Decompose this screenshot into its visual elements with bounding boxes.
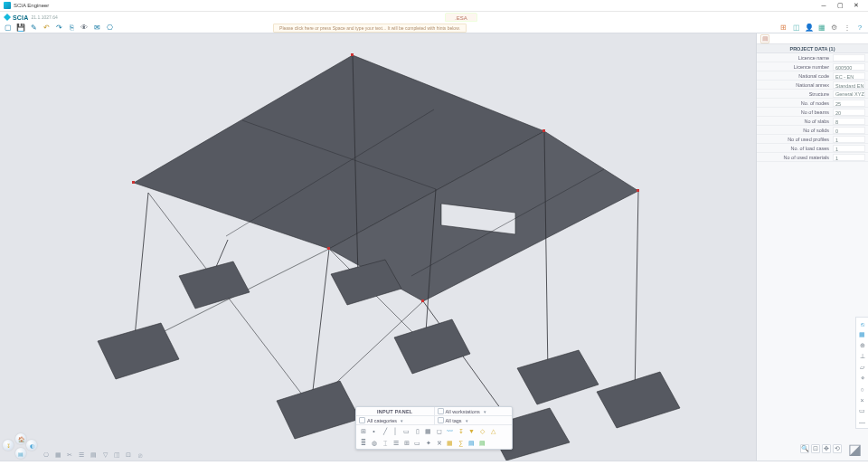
act-layer-icon[interactable]: ☰ (77, 451, 86, 460)
property-key: No of solids (760, 128, 833, 133)
undo-icon[interactable]: ↶ (42, 24, 51, 33)
vr-plane-icon[interactable]: ▱ (858, 363, 867, 372)
beam-icon[interactable]: ╱ (381, 427, 389, 435)
result-icon[interactable]: ▤ (467, 439, 476, 447)
support-icon[interactable]: △ (489, 427, 497, 435)
wire-icon[interactable]: ⊡ (124, 451, 133, 460)
property-row: No. of nodes25 (757, 99, 868, 108)
snap-grid-icon[interactable]: ⊞ (359, 427, 367, 435)
properties-tab-project-icon[interactable]: ▤ (760, 34, 769, 43)
file-tab[interactable]: .ESA (445, 13, 477, 22)
scia-brand-text: SCIA (13, 14, 29, 21)
property-value[interactable]: 25 (833, 100, 865, 107)
property-value[interactable]: 0 (833, 127, 865, 134)
svg-marker-20 (277, 381, 360, 439)
property-key: National annex (760, 82, 833, 88)
view-toggle-icon[interactable]: 👁 (80, 24, 89, 33)
selection-icon[interactable]: ▭ (413, 439, 421, 447)
tags-dropdown[interactable]: All tags (435, 416, 513, 424)
mesh2-icon[interactable]: ▦ (53, 451, 62, 460)
new-file-icon[interactable]: ▢ (4, 24, 13, 33)
status-bar (0, 461, 868, 475)
vr-int-icon[interactable]: × (858, 395, 867, 404)
label-icon[interactable]: ⎚ (136, 451, 145, 460)
sphere-view[interactable]: ◐ (26, 440, 37, 451)
vr-mid-icon[interactable]: ⋄ (858, 374, 867, 383)
storey-icon[interactable]: ☰ (392, 439, 400, 447)
zoom-window-icon[interactable]: ⊡ (811, 444, 820, 453)
property-value[interactable]: 1 (833, 145, 865, 152)
window-title: SCIA Engineer (14, 3, 49, 8)
categories-dropdown[interactable]: All categories (356, 416, 435, 424)
column-icon[interactable]: │ (392, 427, 400, 435)
grid-icon[interactable]: ⊞ (402, 439, 410, 447)
navigation-cube-icon[interactable]: ◪ (844, 439, 864, 459)
vr-ortho-icon[interactable]: ⊥ (858, 352, 867, 361)
lcs-icon[interactable]: ✦ (424, 439, 432, 447)
cube-icon[interactable]: ▦ (817, 24, 826, 33)
redo-icon[interactable]: ↷ (54, 24, 63, 33)
save-icon[interactable]: 💾 (16, 24, 25, 33)
spring-icon[interactable]: 〰 (446, 427, 454, 435)
close-button[interactable]: ✕ (848, 1, 864, 10)
filter-icon[interactable]: ▽ (100, 451, 109, 460)
vr-snap-icon[interactable]: ⎋ (858, 319, 867, 328)
sphere-model[interactable]: 🏠 (15, 433, 26, 444)
pan-icon[interactable]: ✥ (822, 444, 831, 453)
property-value[interactable]: 1 (833, 154, 865, 161)
property-value[interactable]: 1 (833, 136, 865, 143)
dashboard-icon[interactable]: ⊞ (779, 24, 788, 33)
rotate-icon[interactable]: ⟲ (833, 444, 842, 453)
svg-rect-30 (327, 247, 330, 250)
property-key: National code (760, 73, 833, 79)
vr-end-icon[interactable]: ○ (858, 385, 867, 394)
workstations-dropdown[interactable]: All workstations (435, 407, 513, 415)
opening-icon[interactable]: ◻ (435, 427, 443, 435)
view-env-icon[interactable]: ◫ (112, 451, 121, 460)
report-icon[interactable]: ▤ (478, 439, 486, 447)
plate-icon[interactable]: ▭ (402, 427, 410, 435)
sphere-result[interactable]: ▤ (15, 448, 26, 459)
property-value[interactable]: Standard EN (833, 81, 865, 89)
node-icon[interactable]: • (370, 427, 378, 435)
layers-icon[interactable]: ≣ (359, 439, 367, 447)
load-icon[interactable]: ↧ (457, 427, 465, 435)
minimize-button[interactable]: ─ (816, 1, 832, 10)
model-viewport[interactable] (0, 33, 756, 461)
gear-icon[interactable]: ⚙ (830, 24, 839, 33)
mail-icon[interactable]: ✉ (92, 24, 101, 33)
property-value[interactable]: 20 (833, 109, 865, 116)
storey2-icon[interactable]: ▤ (89, 451, 98, 460)
mesh-icon[interactable]: ▦ (446, 439, 454, 447)
panel-icon[interactable]: ▦ (424, 427, 432, 435)
material-icon[interactable]: ◍ (370, 439, 378, 447)
tag-icon[interactable]: ⎔ (105, 24, 114, 33)
property-value[interactable]: 8 (833, 118, 865, 125)
vr-surf-icon[interactable]: ▭ (858, 406, 867, 415)
help-icon[interactable]: ? (855, 24, 864, 33)
calc-icon[interactable]: ∑ (457, 439, 465, 447)
check-struct-icon[interactable]: ⎔ (42, 451, 51, 460)
vr-line-icon[interactable]: — (858, 417, 867, 426)
property-value[interactable]: 600500 (833, 63, 865, 71)
vr-track-icon[interactable]: ⊕ (858, 341, 867, 350)
thermal-icon[interactable]: ▼ (467, 427, 476, 435)
cross-section-icon[interactable]: ⌶ (381, 439, 389, 447)
user-icon[interactable]: 👤 (805, 24, 814, 33)
property-value[interactable] (833, 54, 865, 62)
vr-grid-icon[interactable]: ▦ (858, 330, 867, 339)
maximize-button[interactable]: ▢ (832, 1, 848, 10)
local-menu-icon[interactable]: ⋮ (843, 24, 852, 33)
sphere-load[interactable]: ↧ (3, 440, 14, 451)
zoom-all-icon[interactable]: 🔍 (800, 444, 809, 453)
command-prompt[interactable]: Please click here or press Space and typ… (273, 24, 467, 33)
property-value[interactable]: EC - EN (833, 72, 865, 80)
sketch-icon[interactable]: ✎ (29, 24, 38, 33)
ucs-icon[interactable]: ⤧ (435, 439, 443, 447)
copy-view-icon[interactable]: ⎘ (67, 24, 76, 33)
chart-icon[interactable]: ◫ (792, 24, 801, 33)
property-value[interactable]: General XYZ (833, 90, 865, 98)
hinge-icon[interactable]: ◇ (478, 427, 486, 435)
wall-icon[interactable]: ▯ (413, 427, 421, 435)
clip-icon[interactable]: ✂ (65, 451, 74, 460)
